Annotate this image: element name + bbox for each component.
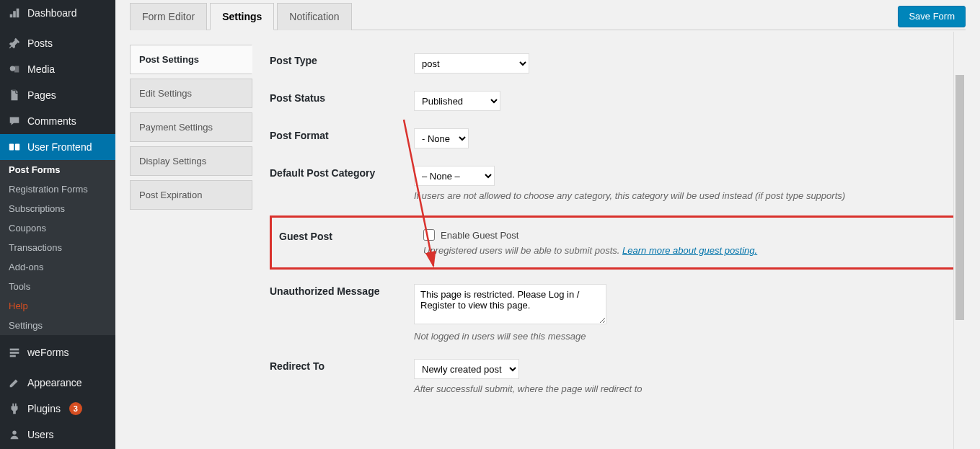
- submenu-coupons[interactable]: Coupons: [0, 218, 115, 238]
- desc-guest-post-text: Unregistered users will be able to submi…: [423, 245, 622, 256]
- label-guest-post: Guest Post: [279, 229, 423, 256]
- submenu-tools[interactable]: Tools: [0, 277, 115, 296]
- menu-label: Users: [27, 429, 54, 440]
- svg-rect-1: [9, 144, 14, 151]
- media-icon: [7, 62, 22, 76]
- comments-icon: [7, 114, 22, 128]
- menu-label: Pages: [27, 89, 56, 101]
- select-post-type[interactable]: post: [414, 53, 529, 74]
- svg-rect-5: [10, 355, 16, 357]
- submenu-transactions[interactable]: Transactions: [0, 238, 115, 257]
- main-content: Form Editor Settings Notification Save F…: [115, 0, 980, 449]
- vertical-scrollbar[interactable]: [953, 32, 966, 449]
- link-learn-guest-posting[interactable]: Learn more about guest posting.: [622, 245, 757, 256]
- select-post-status[interactable]: Published: [414, 91, 500, 111]
- settings-nav-display-settings[interactable]: Display Settings: [130, 146, 252, 176]
- row-guest-post: Guest Post Enable Guest Post Unregistere…: [270, 215, 966, 270]
- menu-media[interactable]: Media: [0, 56, 115, 82]
- menu-label: User Frontend: [27, 141, 92, 153]
- settings-nav-post-expiration[interactable]: Post Expiration: [130, 180, 252, 210]
- pin-icon: [7, 36, 22, 50]
- menu-label: Appearance: [27, 377, 82, 388]
- tab-notification[interactable]: Notification: [277, 3, 351, 30]
- label-post-format: Post Format: [270, 128, 414, 148]
- menu-posts[interactable]: Posts: [0, 30, 115, 56]
- save-form-button[interactable]: Save Form: [898, 6, 966, 27]
- form-tabs: Form Editor Settings Notification: [130, 3, 355, 30]
- settings-nav-post-settings[interactable]: Post Settings: [130, 45, 252, 74]
- label-post-type: Post Type: [270, 53, 414, 74]
- checkbox-enable-guest-post[interactable]: [423, 229, 435, 241]
- user-frontend-icon: [7, 140, 22, 154]
- checkbox-label-guest-post: Enable Guest Post: [441, 230, 518, 241]
- menu-label: Plugins: [27, 403, 61, 414]
- settings-form: Post Type post Post Status Published: [252, 45, 966, 403]
- desc-redirect-to: After successfull submit, where the page…: [414, 383, 966, 394]
- label-default-category: Default Post Category: [270, 166, 414, 201]
- label-post-status: Post Status: [270, 91, 414, 111]
- users-icon: [7, 427, 22, 442]
- menu-dashboard[interactable]: Dashboard: [0, 0, 115, 26]
- svg-point-0: [10, 66, 15, 71]
- settings-nav: Post Settings Edit Settings Payment Sett…: [130, 45, 252, 403]
- menu-label: Comments: [27, 115, 76, 127]
- dashboard-icon: [7, 6, 22, 20]
- menu-label: Posts: [27, 37, 53, 49]
- plugins-update-badge: 3: [69, 402, 82, 415]
- menu-pages[interactable]: Pages: [0, 82, 115, 108]
- menu-user-frontend[interactable]: User Frontend: [0, 134, 115, 160]
- textarea-unauthorized-message[interactable]: [414, 284, 606, 324]
- submenu-user-frontend: Post Forms Registration Forms Subscripti…: [0, 160, 115, 335]
- menu-users[interactable]: Users: [0, 422, 115, 448]
- label-unauthorized-message: Unauthorized Message: [270, 284, 414, 342]
- select-post-format[interactable]: - None -: [414, 128, 469, 148]
- submenu-subscriptions[interactable]: Subscriptions: [0, 199, 115, 218]
- svg-rect-4: [10, 352, 19, 354]
- scrollbar-thumb[interactable]: [955, 75, 964, 320]
- appearance-icon: [7, 375, 22, 390]
- menu-weforms[interactable]: weForms: [0, 339, 115, 365]
- submenu-help[interactable]: Help: [0, 296, 115, 316]
- plugins-icon: [7, 401, 22, 416]
- pages-icon: [7, 88, 22, 102]
- desc-guest-post: Unregistered users will be able to submi…: [423, 245, 956, 256]
- svg-point-6: [12, 431, 16, 435]
- weforms-icon: [7, 345, 22, 360]
- submenu-registration-forms[interactable]: Registration Forms: [0, 179, 115, 199]
- tab-form-editor[interactable]: Form Editor: [130, 3, 207, 30]
- admin-sidebar: Dashboard Posts Media Pages Comments Use…: [0, 0, 115, 449]
- menu-plugins[interactable]: Plugins 3: [0, 396, 115, 422]
- menu-appearance[interactable]: Appearance: [0, 370, 115, 396]
- tab-settings[interactable]: Settings: [210, 3, 274, 30]
- svg-rect-3: [10, 349, 19, 351]
- menu-label: Dashboard: [27, 7, 77, 19]
- menu-label: Media: [27, 63, 55, 75]
- desc-default-category: If users are not allowed to choose any c…: [414, 190, 966, 201]
- submenu-addons[interactable]: Add-ons: [0, 257, 115, 277]
- menu-label: weForms: [27, 347, 69, 358]
- label-redirect-to: Redirect To: [270, 359, 414, 394]
- select-redirect-to[interactable]: Newly created post: [414, 359, 519, 379]
- settings-nav-edit-settings[interactable]: Edit Settings: [130, 79, 252, 108]
- settings-nav-payment-settings[interactable]: Payment Settings: [130, 112, 252, 142]
- select-default-category[interactable]: – None –: [414, 166, 495, 186]
- submenu-post-forms[interactable]: Post Forms: [0, 160, 115, 179]
- desc-unauthorized-message: Not logged in users will see this messag…: [414, 331, 966, 342]
- submenu-settings[interactable]: Settings: [0, 316, 115, 335]
- svg-rect-2: [15, 144, 19, 151]
- menu-comments[interactable]: Comments: [0, 108, 115, 134]
